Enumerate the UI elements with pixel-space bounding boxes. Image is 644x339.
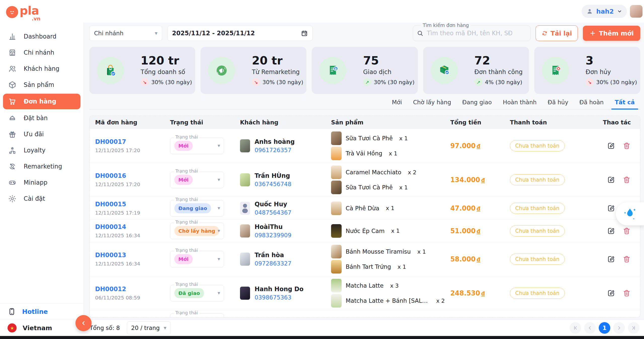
search-input[interactable] (426, 29, 513, 37)
sidebar-item-miniapp[interactable]: Miniapp (3, 175, 80, 190)
edit-order-button[interactable] (607, 227, 615, 235)
account-menu-button[interactable]: hah2 (582, 5, 627, 18)
order-code-link[interactable]: DH00013 (95, 252, 165, 259)
sidebar-item-loyalty[interactable]: Loyalty (3, 143, 80, 158)
sidebar-item-branches[interactable]: Chi nhánh (3, 45, 80, 60)
status-select-label: Trạng thái (174, 135, 199, 139)
sidebar-collapse-button[interactable] (75, 315, 92, 331)
order-code-link[interactable]: DH00015 (95, 201, 165, 208)
last-page-button[interactable] (628, 322, 639, 334)
chevron-down-icon: ▼ (218, 144, 220, 148)
page-size-select[interactable]: 20 / trang ▼ (127, 321, 171, 334)
status-select[interactable]: Trạng thái ▼ (170, 313, 224, 318)
status-select[interactable]: Trạng thái Mới ▼ (170, 138, 224, 154)
delete-order-button[interactable] (622, 176, 631, 184)
delete-order-button[interactable] (622, 289, 631, 297)
order-code-link[interactable]: DH00014 (95, 223, 165, 230)
stat-card-remarketing: 20 tr Từ Remarketing ↘30% (30 ngày) (200, 47, 306, 94)
edit-order-button[interactable] (607, 255, 615, 263)
trend-down-icon: ↘ (252, 78, 260, 86)
customer-phone-link[interactable]: 0972863327 (255, 260, 291, 267)
edit-order-button[interactable] (607, 204, 615, 213)
stat-label: Đơn hủy (586, 69, 637, 76)
tab[interactable]: Chờ lấy hàng (408, 96, 457, 109)
customer-phone-link[interactable]: 0961726357 (255, 147, 295, 153)
reload-button[interactable]: Tải lại (536, 25, 578, 41)
tab-label: Mới (392, 99, 402, 106)
product-name: Matcha Latte (346, 282, 384, 289)
main-content: Chi nhánh ▼ 2025/11/12 - 2025/11/12 Tìm … (84, 23, 644, 319)
order-code-cell: DH00016 12/11/2025 17:20 (90, 172, 165, 187)
package-check-icon (431, 57, 458, 84)
customer-phone-link[interactable]: 0367456748 (255, 181, 291, 187)
tab-label: Hoàn thành (503, 99, 537, 106)
ai-assistant-widget[interactable] (616, 202, 644, 225)
sidebar-item-products[interactable]: Sản phẩm (3, 78, 80, 92)
tab[interactable]: Đang giao (457, 96, 497, 109)
tab[interactable]: Mới (386, 96, 408, 109)
chevron-down-icon: ▼ (218, 257, 220, 261)
order-code-cell: DH00012 06/11/2025 08:59 (90, 286, 165, 301)
edit-order-button[interactable] (607, 289, 615, 297)
customer-phone-link[interactable]: 0487564367 (255, 209, 291, 216)
sidebar-item-remarketing[interactable]: Remarketing (3, 159, 80, 174)
currency-symbol: đ (476, 228, 480, 234)
sidebar-item-orders[interactable]: Đơn hàng (3, 94, 80, 109)
tab[interactable]: Đã hủy (542, 96, 574, 109)
next-page-button[interactable] (613, 322, 625, 334)
hotline-link[interactable]: Hotline (0, 303, 84, 320)
payment-status-badge: Chưa thanh toán (510, 140, 565, 151)
payment-cell: Chưa thanh toán (504, 203, 582, 214)
sidebar-item-reservations[interactable]: Đặt bàn (3, 111, 80, 125)
date-range-picker[interactable]: 2025/11/12 - 2025/11/12 (167, 26, 313, 41)
sidebar-item-promotions[interactable]: Ưu đãi (3, 127, 80, 142)
sidebar-item-customers[interactable]: Khách hàng (3, 61, 80, 76)
stat-trend: ↘30% (30 ngày) (586, 78, 637, 86)
stat-value: 120 tr (141, 55, 192, 66)
order-status-cell: Trạng thái Mới ▼ (165, 251, 234, 267)
status-select[interactable]: Trạng thái Mới ▼ (170, 251, 224, 267)
product-thumbnail (331, 224, 342, 238)
page-number-button[interactable]: 1 (599, 322, 610, 334)
trend-down-icon: ↘ (141, 78, 149, 86)
delete-order-button[interactable] (622, 227, 631, 235)
person-icon (586, 8, 593, 15)
payment-status-badge: Chưa thanh toán (510, 288, 565, 299)
tab[interactable]: Đã hoàn (574, 96, 609, 109)
status-select-label: Trạng thái (174, 197, 199, 202)
branch-select[interactable]: Chi nhánh ▼ (89, 26, 162, 41)
actions-cell (582, 142, 640, 150)
sidebar-item-label: Chi nhánh (24, 49, 54, 56)
chevron-down-icon: ▼ (218, 178, 220, 182)
customer-avatar (240, 173, 250, 186)
order-code-link[interactable]: DH00017 (95, 138, 165, 145)
total-cell: 51.000đ (445, 227, 504, 235)
sidebar-item-label: Loyalty (24, 147, 46, 154)
customer-phone-link[interactable]: 0398675363 (255, 294, 303, 301)
avatar[interactable] (630, 5, 642, 18)
tab[interactable]: Hoàn thành (497, 96, 542, 109)
edit-order-button[interactable] (607, 176, 615, 184)
status-select[interactable]: Trạng thái Chờ lấy hàng ▼ (170, 223, 224, 239)
status-select[interactable]: Trạng thái Mới ▼ (170, 172, 224, 188)
order-code-link[interactable]: DH00012 (95, 286, 165, 293)
add-order-button[interactable]: Thêm mới (583, 26, 640, 41)
status-select[interactable]: Trạng thái Đã giao ▼ (170, 285, 224, 301)
order-status-cell: Trạng thái Chờ lấy hàng ▼ (165, 223, 234, 239)
sidebar-footer: Hotline ★ Vietnam (0, 303, 84, 336)
delete-order-button[interactable] (622, 255, 631, 263)
status-select[interactable]: Trạng thái Đang giao ▼ (170, 200, 224, 217)
filter-bar: Chi nhánh ▼ 2025/11/12 - 2025/11/12 Tìm … (89, 25, 640, 41)
shopping-cart-icon (8, 97, 17, 106)
order-date: 06/11/2025 08:59 (95, 295, 165, 301)
customer-phone-link[interactable]: 0983239909 (255, 232, 291, 239)
tab[interactable]: Tất cả (609, 96, 640, 109)
first-page-button[interactable] (570, 322, 581, 334)
prev-page-button[interactable] (584, 322, 596, 334)
delete-order-button[interactable] (622, 142, 631, 150)
order-code-link[interactable]: DH00016 (95, 172, 165, 179)
sidebar-item-dashboard[interactable]: Dashboard (3, 29, 80, 44)
sidebar-item-settings[interactable]: Cài đặt (3, 191, 80, 206)
edit-order-button[interactable] (607, 142, 615, 150)
language-selector[interactable]: ★ Vietnam (0, 320, 84, 336)
